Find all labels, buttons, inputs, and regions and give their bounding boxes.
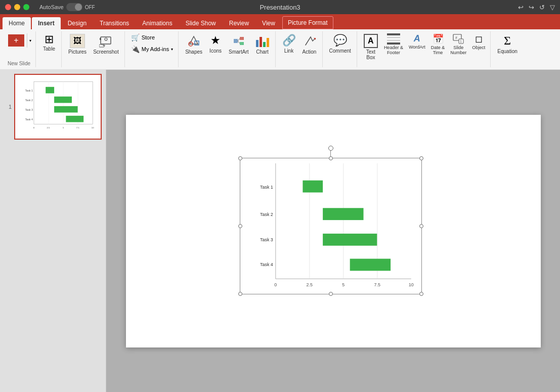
new-slide-button[interactable]: + ▾ bbox=[6, 32, 32, 49]
svg-rect-53 bbox=[323, 233, 377, 245]
screenshot-button[interactable]: Screenshot bbox=[91, 32, 121, 56]
close-button[interactable] bbox=[5, 4, 11, 10]
shapes-icon bbox=[187, 34, 201, 48]
svg-line-12 bbox=[238, 38, 240, 41]
title-bar: AutoSave OFF ↩ ↪ ↺ ▽ Presentation3 bbox=[0, 0, 560, 14]
link-button[interactable]: 🔗 Link bbox=[280, 32, 298, 55]
slide-thumb-inner: Task 1 Task 2 Task 3 Task 4 0 2.5 5 7.5 … bbox=[15, 75, 101, 139]
new-slide-dropdown[interactable]: ▾ bbox=[28, 33, 32, 48]
icons-button[interactable]: ★ Icons bbox=[206, 32, 225, 55]
link-label: Link bbox=[284, 48, 293, 54]
date-time-button[interactable]: 📅 Date &Time bbox=[429, 32, 447, 56]
group-slides-items: + ▾ bbox=[6, 32, 32, 59]
group-illustrations: Shapes ★ Icons SmartArt bbox=[180, 31, 275, 67]
rotation-handle[interactable] bbox=[328, 146, 333, 151]
table-button[interactable]: ⊞ Table bbox=[40, 32, 58, 53]
undo-icon[interactable]: ↩ bbox=[518, 4, 524, 11]
smartart-icon bbox=[232, 34, 246, 48]
svg-text:2.5: 2.5 bbox=[306, 282, 312, 287]
handle-bc[interactable] bbox=[329, 292, 333, 296]
comment-button[interactable]: 💬 Comment bbox=[327, 32, 354, 55]
object-button[interactable]: ◻ Object bbox=[470, 32, 487, 51]
object-label: Object bbox=[472, 45, 485, 50]
maximize-button[interactable] bbox=[23, 4, 29, 10]
slide-1-thumbnail[interactable]: Task 1 Task 2 Task 3 Task 4 0 2.5 5 7.5 … bbox=[14, 74, 102, 140]
svg-rect-26 bbox=[66, 116, 83, 122]
tab-view[interactable]: View bbox=[256, 17, 281, 29]
shapes-button[interactable]: Shapes bbox=[183, 32, 205, 56]
pictures-button[interactable]: 🖼 Pictures bbox=[66, 32, 89, 56]
svg-text:Task 1: Task 1 bbox=[25, 89, 33, 92]
group-comments-items: 💬 Comment bbox=[327, 32, 354, 66]
wordart-label: WordArt bbox=[409, 45, 425, 50]
my-addins-button[interactable]: 🔌 My Add-ins ▾ bbox=[129, 44, 175, 54]
tab-review[interactable]: Review bbox=[223, 17, 255, 29]
svg-line-13 bbox=[238, 41, 240, 43]
smartart-button[interactable]: SmartArt bbox=[226, 32, 251, 56]
customize-icon[interactable]: ▽ bbox=[550, 4, 555, 11]
handle-ml[interactable] bbox=[238, 224, 242, 228]
minimize-button[interactable] bbox=[14, 4, 20, 10]
new-slide-icon: + bbox=[8, 34, 24, 47]
autosave-switch[interactable] bbox=[66, 3, 82, 11]
action-button[interactable]: Action bbox=[300, 32, 319, 56]
tab-animations[interactable]: Animations bbox=[136, 17, 178, 29]
handle-mr[interactable] bbox=[419, 224, 423, 228]
group-text: A TextBox Header &Footer A WordArt 📅 Dat… bbox=[358, 31, 491, 67]
tab-picture-format[interactable]: Picture Format bbox=[282, 16, 333, 29]
tab-insert[interactable]: Insert bbox=[32, 17, 61, 29]
handle-tc[interactable] bbox=[329, 156, 333, 160]
group-addins-items: 🛒 Store 🔌 My Add-ins ▾ bbox=[129, 32, 175, 66]
tab-transitions[interactable]: Transitions bbox=[94, 17, 135, 29]
icons-icon: ★ bbox=[210, 34, 221, 47]
date-time-label: Date &Time bbox=[431, 45, 445, 55]
header-footer-button[interactable]: Header &Footer bbox=[382, 32, 405, 56]
group-images-items: 🖼 Pictures Screenshot bbox=[66, 32, 121, 66]
redo-icon[interactable]: ↪ bbox=[529, 4, 534, 11]
chart-icon bbox=[255, 34, 270, 48]
action-icon bbox=[303, 34, 317, 48]
toggle-knob bbox=[75, 4, 82, 11]
ribbon-toolbar: + ▾ New Slide ⊞ Table 🖼 Pictures bbox=[0, 29, 560, 70]
wordart-button[interactable]: A WordArt bbox=[407, 32, 427, 51]
tab-design[interactable]: Design bbox=[62, 17, 93, 29]
canvas-area: 0 2.5 5 7.5 10 Task 1 Task 2 Task 3 Task… bbox=[106, 70, 560, 392]
handle-bl[interactable] bbox=[238, 292, 242, 296]
handle-tl[interactable] bbox=[238, 156, 242, 160]
autosave-label: AutoSave bbox=[39, 4, 64, 10]
svg-rect-1 bbox=[100, 38, 101, 40]
svg-rect-36 bbox=[240, 158, 421, 294]
comment-icon: 💬 bbox=[333, 34, 347, 47]
undo-arrow-icon[interactable]: ↺ bbox=[539, 4, 545, 11]
group-tables-items: ⊞ Table bbox=[40, 32, 58, 66]
svg-text:5: 5 bbox=[63, 126, 64, 129]
group-symbols: Σ Equation bbox=[492, 31, 523, 67]
smartart-label: SmartArt bbox=[229, 49, 248, 55]
svg-text:Task 4: Task 4 bbox=[25, 118, 33, 121]
pictures-label: Pictures bbox=[68, 49, 87, 55]
equation-button[interactable]: Σ Equation bbox=[495, 32, 520, 56]
svg-text:7.5: 7.5 bbox=[374, 282, 380, 287]
svg-rect-24 bbox=[54, 97, 72, 103]
autosave-toggle[interactable]: AutoSave OFF bbox=[39, 3, 95, 11]
slide-number-button[interactable]: # 1 SlideNumber bbox=[448, 32, 468, 56]
store-button[interactable]: 🛒 Store bbox=[129, 32, 157, 42]
new-slide-label: New Slide bbox=[8, 60, 30, 66]
chart-button[interactable]: Chart bbox=[253, 32, 272, 56]
svg-rect-51 bbox=[303, 180, 323, 192]
handle-tr[interactable] bbox=[419, 156, 423, 160]
group-images: 🖼 Pictures Screenshot bbox=[63, 31, 125, 67]
handle-br[interactable] bbox=[419, 292, 423, 296]
group-symbols-items: Σ Equation bbox=[495, 32, 520, 66]
new-slide-icon-area[interactable]: + bbox=[6, 33, 27, 48]
tab-slideshow[interactable]: Slide Show bbox=[180, 17, 222, 29]
slide-canvas[interactable]: 0 2.5 5 7.5 10 Task 1 Task 2 Task 3 Task… bbox=[126, 115, 541, 347]
tab-home[interactable]: Home bbox=[3, 17, 31, 29]
chevron-down-icon: ▾ bbox=[29, 38, 31, 43]
my-addins-label: My Add-ins bbox=[142, 46, 169, 52]
svg-rect-9 bbox=[234, 39, 238, 43]
group-links: 🔗 Link Action bbox=[277, 31, 323, 67]
textbox-button[interactable]: A TextBox bbox=[361, 32, 380, 62]
chart-object[interactable]: 0 2.5 5 7.5 10 Task 1 Task 2 Task 3 Task… bbox=[240, 158, 422, 294]
table-label: Table bbox=[43, 46, 55, 52]
